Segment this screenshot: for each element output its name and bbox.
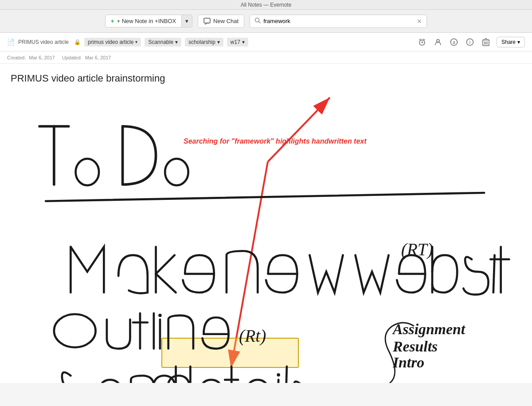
svg-line-7 [423,39,425,40]
tag-scholarship[interactable]: scholarship ▾ [185,38,223,47]
handwritten-area: Searching for "framework" highlights han… [11,93,521,383]
note-actions: a i Share ▾ [417,37,525,47]
svg-point-24 [165,159,188,185]
notebook-dropdown-icon: ▾ [135,39,137,44]
svg-line-2 [259,21,261,23]
svg-line-47 [286,367,287,383]
handwritten-content-svg: (RT) (Rt) [11,93,521,383]
svg-text:Assignment: Assignment [392,321,466,337]
svg-line-6 [419,39,421,40]
note-title: PRIMUS video article brainstorming [11,73,521,84]
svg-point-33 [54,314,96,347]
note-header: 📄 PRIMUS video article 🔒 primus video ar… [0,33,532,51]
svg-text:(Rt): (Rt) [239,326,266,346]
svg-point-46 [277,373,280,377]
svg-text:Results: Results [392,338,438,355]
search-icon [254,17,261,25]
new-note-dropdown-icon[interactable]: ▾ [181,15,192,27]
toolbar: + + New Note in +INBOX ▾ New Chat ✕ [0,10,532,33]
main-content: + + New Note in +INBOX ▾ New Chat ✕ [0,10,532,383]
tag-w17-caret: ▾ [242,39,245,45]
new-note-button[interactable]: + + New Note in +INBOX ▾ [105,15,192,27]
note-icon: 📄 [7,39,15,46]
share-button[interactable]: Share ▾ [497,37,525,47]
notebook-tag[interactable]: primus video article ▾ [84,38,141,47]
info-icon[interactable]: i [465,37,475,47]
notebook-label: primus video article [88,39,133,45]
content-area: PRIMUS video article brainstorming Searc… [0,64,532,383]
created-label: Created: Mar 6, 2017 [7,55,55,60]
svg-point-23 [76,159,99,185]
tag-w17[interactable]: w17 ▾ [227,38,248,47]
svg-point-8 [437,39,439,42]
note-name: PRIMUS video article [18,39,69,45]
svg-text:a: a [453,40,455,45]
lock-icon: 🔒 [74,39,81,45]
title-bar: All Notes — Evernote [0,0,532,10]
tag-scholarship-caret: ▾ [217,39,220,45]
search-input[interactable] [263,18,414,24]
tag-w17-label: w17 [231,39,240,45]
svg-line-29 [493,255,495,293]
new-note-label: + New Note in +INBOX [117,18,176,24]
share-label: Share [501,39,516,45]
share-dropdown-icon: ▾ [517,39,520,45]
alarm-icon[interactable] [417,37,427,47]
svg-text:Intro: Intro [392,354,424,371]
search-clear-button[interactable]: ✕ [417,18,422,25]
svg-text:(RT): (RT) [401,240,433,259]
tag-scannable[interactable]: Scannable ▾ [145,38,181,47]
svg-rect-0 [204,18,210,23]
tag-scannable-caret: ▾ [175,39,178,45]
svg-line-25 [46,193,484,201]
note-meta: Created: Mar 6, 2017 Updated: Mar 6, 201… [0,51,532,64]
updated-label: Updated: Mar 6, 2017 [62,55,111,60]
search-bar[interactable]: ✕ [250,15,427,28]
trash-icon[interactable] [481,37,491,47]
plus-icon: + [111,18,114,24]
tag-scholarship-label: scholarship [188,39,215,45]
account-icon[interactable]: a [449,37,459,47]
svg-text:i: i [469,39,470,45]
svg-point-38 [158,314,162,317]
svg-line-45 [277,380,278,383]
title-bar-text: All Notes — Evernote [241,2,292,8]
chat-icon [203,18,211,25]
share-people-icon[interactable] [433,37,443,47]
new-chat-button[interactable]: New Chat [198,15,244,28]
new-chat-label: New Chat [213,18,239,24]
tag-scannable-label: Scannable [148,39,173,45]
